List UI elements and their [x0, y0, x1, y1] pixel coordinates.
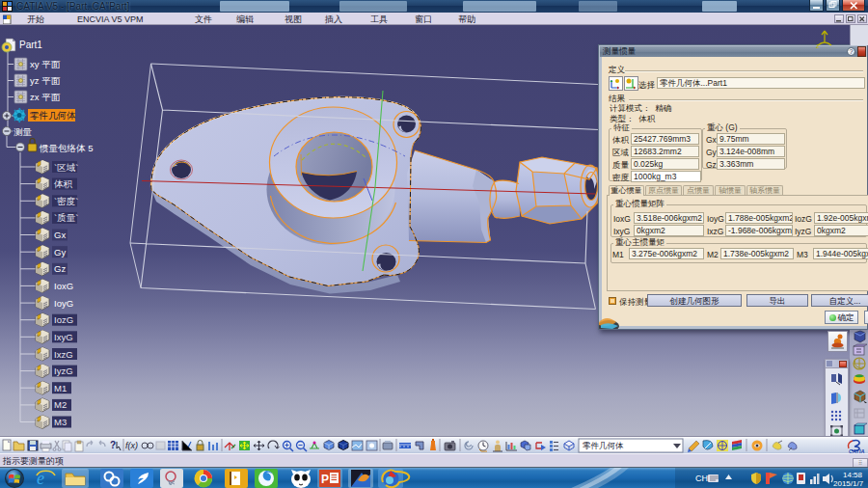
- svg-text:xy 平面: xy 平面: [30, 59, 61, 69]
- svg-text:测量: 测量: [14, 126, 33, 137]
- svg-text:M1: M1: [54, 383, 67, 393]
- svg-text:零件几何体: 零件几何体: [30, 110, 76, 121]
- svg-text:零件几何体: 零件几何体: [583, 441, 624, 450]
- svg-text:`质量`: `质量`: [54, 212, 78, 223]
- svg-text:体积: 体积: [53, 178, 73, 189]
- svg-text:yz 平面: yz 平面: [30, 75, 61, 86]
- svg-text:z: z: [816, 42, 820, 49]
- svg-text:IxyG: IxyG: [54, 332, 73, 342]
- svg-text:Gx: Gx: [54, 230, 66, 240]
- svg-text:M2: M2: [54, 399, 67, 410]
- svg-text:P: P: [321, 473, 329, 486]
- svg-text:CATIA: CATIA: [849, 448, 864, 454]
- svg-text:`密度`: `密度`: [54, 196, 78, 206]
- svg-text:IyzG: IyzG: [54, 366, 73, 376]
- svg-text:IxzG: IxzG: [54, 349, 73, 360]
- svg-text:?: ?: [110, 440, 116, 450]
- svg-text:IoyG: IoyG: [54, 298, 73, 309]
- svg-text:IoxG: IoxG: [54, 281, 73, 291]
- svg-text:Gy: Gy: [54, 247, 66, 258]
- svg-text:惯量包络体 5: 惯量包络体 5: [39, 143, 93, 153]
- svg-text:`区域`: `区域`: [54, 162, 78, 173]
- svg-text:2015/1/7: 2015/1/7: [833, 479, 864, 488]
- svg-text:IozG: IozG: [54, 314, 73, 325]
- svg-text:14:58: 14:58: [843, 471, 863, 479]
- svg-text:CH: CH: [695, 474, 708, 483]
- svg-text:Part1: Part1: [19, 40, 42, 50]
- svg-text:zx 平面: zx 平面: [30, 92, 61, 102]
- svg-text:M3: M3: [54, 417, 67, 427]
- svg-text:f(x): f(x): [125, 441, 138, 450]
- svg-text:Gz: Gz: [54, 263, 66, 274]
